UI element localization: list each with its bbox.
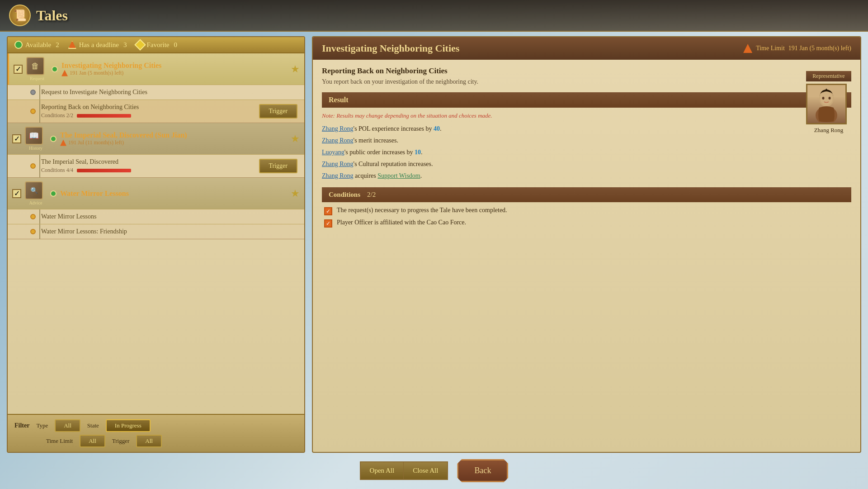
tale-main-title-investigating: Investigating Neighboring Cities	[61, 62, 287, 70]
player-officer-link[interactable]: Player Officer	[337, 219, 373, 226]
conditions-count: 2/2	[367, 191, 376, 199]
tale-star-investigating[interactable]: ★	[291, 63, 300, 75]
tale-checkbox-water-mirror[interactable]: ✓	[12, 189, 21, 198]
tale-checkbox-imperial-seal[interactable]: ✓	[12, 134, 21, 143]
tale-status-dot-imperial	[50, 136, 57, 142]
deadline-filter[interactable]: Has a deadline 3	[68, 41, 127, 49]
detail-title: Investigating Neighboring Cities	[322, 43, 459, 54]
tale-type-wrapper-request: 🗑 Request	[26, 57, 48, 81]
representative-label: Representative	[806, 71, 851, 81]
sub-item-reporting-back[interactable]: Reporting Back on Neighboring Cities Con…	[8, 100, 304, 123]
tale-title-area-investigating: Investigating Neighboring Cities 191 Jan…	[61, 62, 287, 76]
conditions-fill-reporting	[77, 114, 131, 118]
sub-item-imperial-seal-discovered[interactable]: The Imperial Seal, Discovered Conditions…	[8, 154, 304, 177]
condition-check-2: ✓	[324, 219, 332, 228]
trigger-label: Trigger	[112, 437, 130, 445]
svg-point-3	[822, 97, 825, 100]
sub-item-request-investigate[interactable]: Request to Investigate Neighboring Citie…	[8, 85, 304, 100]
sub-item-title-reporting: Reporting Back on Neighboring Cities	[41, 104, 259, 111]
tale-group-imperial-seal: ✓ 📖 History The Imperial Seal, Discovere…	[8, 123, 304, 178]
detail-content: Reporting Back on Neighboring Cities You…	[313, 60, 860, 238]
conditions-bar-imperial-seal	[77, 169, 131, 172]
condition-check-1: ✓	[324, 207, 332, 215]
time-limit-filter-btn[interactable]: All	[80, 435, 105, 447]
result-note: Note: Results may change depending on th…	[322, 112, 851, 119]
tale-main-title-water-mirror: Water Mirror Lessons	[60, 190, 287, 198]
zhang-rong-link-4[interactable]: Zhang Rong	[322, 172, 354, 179]
tale-header-investigating[interactable]: ✓ 🗑 Request Investigating Neighboring Ci…	[8, 53, 304, 85]
condition-text-1: The request(s) necessary to progress the…	[337, 207, 507, 214]
available-filter[interactable]: Available 2	[14, 41, 59, 49]
trigger-button-reporting[interactable]: Trigger	[259, 104, 298, 119]
open-all-button[interactable]: Open All	[361, 462, 404, 479]
tale-group-water-mirror: ✓ 🔍 Advice Water Mirror Lessons ★	[8, 178, 304, 239]
tale-type-icon-advice: 🔍	[25, 181, 43, 199]
zhang-rong-link-1[interactable]: Zhang Rong	[322, 125, 354, 132]
tale-type-icon-request: 🗑	[26, 57, 44, 75]
order-value: 10	[415, 149, 421, 156]
sub-item-conditions-reporting: Conditions 2/2	[41, 112, 259, 119]
pol-value: 40	[434, 125, 440, 132]
result-line-5: Zhang Rong acquires Support Wisdom.	[322, 171, 851, 180]
detail-description: You report back on your investigation of…	[322, 78, 851, 85]
detail-panel: Investigating Neighboring Cities Time Li…	[312, 36, 861, 453]
tale-star-water-mirror[interactable]: ★	[291, 188, 300, 199]
sub-item-title-imperial-seal: The Imperial Seal, Discovered	[41, 158, 259, 166]
deadline-label: Has a deadline	[79, 41, 119, 49]
deadline-triangle-icon-2	[60, 140, 66, 146]
time-limit-value-detail: 191 Jan (5 month(s) left)	[788, 45, 851, 52]
deadline-count: 3	[123, 41, 127, 49]
tale-status-dot	[52, 66, 58, 72]
tale-header-imperial-seal[interactable]: ✓ 📖 History The Imperial Seal, Discovere…	[8, 123, 304, 154]
condition-item-2: ✓ Player Officer is affiliated with the …	[322, 219, 851, 228]
back-button[interactable]: Back	[457, 459, 508, 482]
support-wisdom-link[interactable]: Support Wisdom	[377, 172, 420, 179]
sub-item-title-water-mirror-2: Water Mirror Lessons: Friendship	[41, 228, 297, 235]
tale-checkbox-investigating[interactable]: ✓	[14, 65, 23, 74]
state-filter-btn[interactable]: In Progress	[106, 419, 151, 432]
conditions-header: Conditions 2/2	[322, 187, 851, 202]
filter-tabs: Available 2 Has a deadline 3 Favorite 0	[8, 37, 304, 53]
tale-status-dot-water-mirror	[50, 190, 57, 197]
sub-item-water-mirror-1[interactable]: Water Mirror Lessons	[8, 209, 304, 224]
detail-header: Investigating Neighboring Cities Time Li…	[313, 37, 860, 60]
luoyang-link[interactable]: Luoyang	[322, 149, 344, 156]
bottom-buttons: Open All Close All Back	[0, 459, 868, 482]
deadline-icon	[68, 41, 76, 49]
favorite-filter[interactable]: Favorite 0	[136, 41, 178, 49]
available-icon	[14, 41, 23, 49]
favorite-label: Favorite	[147, 41, 170, 49]
condition-text-2: Player Officer is affiliated with the Ca…	[337, 219, 466, 226]
title-bar: 📜 Tales	[0, 0, 868, 32]
conditions-section: Conditions 2/2 ✓ The request(s) necessar…	[322, 187, 851, 228]
trigger-filter-btn[interactable]: All	[136, 435, 162, 447]
filter-row-2: Time Limit All Trigger All	[14, 435, 297, 447]
sub-item-water-mirror-2[interactable]: Water Mirror Lessons: Friendship	[8, 224, 304, 239]
zhang-rong-link-2[interactable]: Zhang Rong	[322, 137, 354, 144]
time-limit-label: Time Limit	[46, 437, 73, 445]
conditions-title: Conditions	[329, 191, 360, 199]
result-line-1: Zhang Rong's POL experience increases by…	[322, 124, 851, 133]
result-line-4: Zhang Rong's Cultural reputation increas…	[322, 159, 851, 169]
available-count: 2	[56, 41, 59, 49]
zhang-rong-link-3[interactable]: Zhang Rong	[322, 161, 354, 167]
trigger-button-imperial-seal[interactable]: Trigger	[259, 159, 298, 173]
time-limit-icon	[743, 44, 752, 53]
tale-type-label-request: Request	[30, 76, 44, 81]
tale-header-water-mirror[interactable]: ✓ 🔍 Advice Water Mirror Lessons ★	[8, 178, 304, 209]
close-all-button[interactable]: Close All	[404, 462, 447, 479]
representative-portrait-inner	[807, 85, 845, 123]
result-line-2: Zhang Rong's merit increases.	[322, 136, 851, 145]
tale-deadline-imperial-seal: 191 Jul (11 month(s) left)	[60, 139, 287, 146]
favorite-icon	[134, 39, 146, 50]
detail-subtitle: Reporting Back on Neighboring Cities	[322, 66, 851, 76]
sub-item-content-imperial-seal: The Imperial Seal, Discovered Conditions…	[41, 158, 259, 174]
cao-cao-force-link[interactable]: Cao Cao Force	[427, 219, 465, 226]
tale-star-imperial-seal[interactable]: ★	[291, 133, 300, 145]
representative-panel: Representative Zhang Rong	[806, 71, 851, 134]
sub-item-title-water-mirror-1: Water Mirror Lessons	[41, 213, 297, 220]
type-filter-btn[interactable]: All	[55, 419, 80, 432]
sub-item-content-water-mirror-2: Water Mirror Lessons: Friendship	[41, 228, 297, 235]
sub-item-conditions-imperial-seal: Conditions 4/4	[41, 167, 259, 174]
deadline-triangle-icon	[61, 70, 68, 76]
